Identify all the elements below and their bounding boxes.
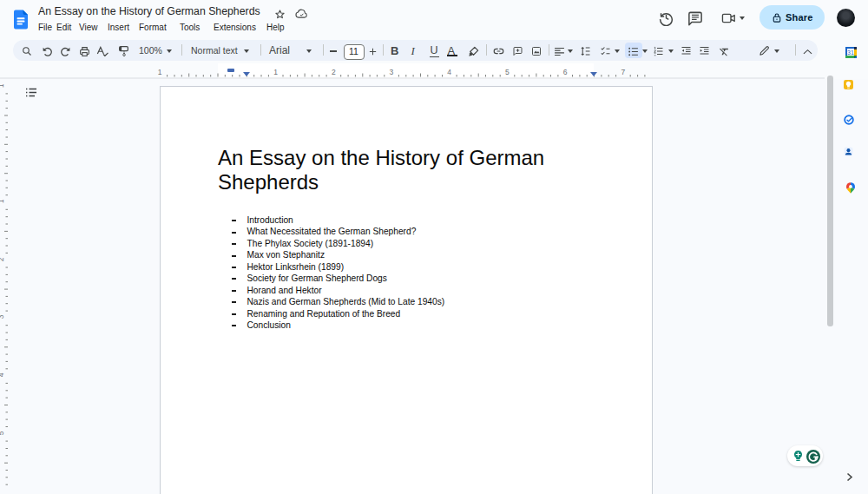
svg-text:31: 31	[847, 49, 854, 56]
